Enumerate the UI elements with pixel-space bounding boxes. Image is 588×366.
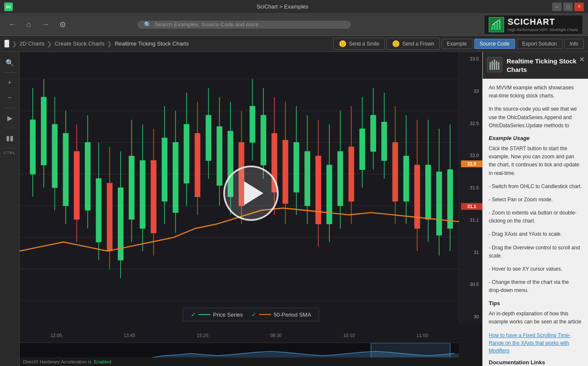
search-box[interactable]: 🔍 [138,21,351,29]
breadcrumb-bar: ⌂ ❯ 2D Charts ❯ Create Stock Charts ❯ Re… [0,36,588,52]
tips-link[interactable]: How to have a Fixed Scrolling Time-Range… [489,332,571,354]
logo-text-block: SCICHART High Performance WPF Silverligh… [507,17,578,32]
pause-button[interactable]: ▮▮ [2,131,18,145]
svg-rect-70 [74,152,79,220]
breadcrumb-create-stock-charts[interactable]: Create Stock Charts [55,40,104,47]
svg-rect-97 [498,62,499,70]
y-axis: 33.5 33 32.5 32.0 31.5 31.1 31 30.5 30 [459,52,482,323]
svg-rect-60 [382,122,387,160]
breadcrumb-current: Realtime Ticking Stock Charts [115,40,188,47]
window-title: SciChart > Examples [13,3,552,10]
svg-rect-95 [494,60,495,70]
panel-description-1: An MVVM example which showcases real-tim… [489,84,582,100]
send-smile-button[interactable]: 🙂 Send a Smile [333,38,385,50]
legend-price-series-label: Price Series [213,312,243,318]
svg-rect-58 [371,115,376,152]
breadcrumb-actions: 🙂 Send a Smile 🙁 Send a Frown Example So… [333,38,584,50]
zoom-in-button[interactable]: + [2,75,18,90]
legend-line-orange [259,314,271,315]
y-label-3: 32.5 [461,121,481,126]
chart-area[interactable]: 33.5 33 32.5 32.0 31.5 31.1 31 30.5 30 3… [20,52,482,366]
tips-title: Tips [489,300,582,306]
send-smile-label: Send a Smile [349,41,379,47]
panel-title: Realtime Ticking Stock Charts [507,57,582,74]
y-label-8: 30.5 [461,282,481,287]
export-solution-button[interactable]: Export Solution [517,39,562,49]
minimize-button[interactable]: ─ [552,3,562,11]
toolbar-divider-4 [3,148,16,148]
svg-rect-18 [52,124,57,188]
legend-check-orange: ✓ [251,311,257,318]
search-icon: 🔍 [144,21,151,28]
toolbar-divider-3 [3,128,16,128]
right-panel-body: An MVVM example which showcases real-tim… [483,79,588,366]
example-tab[interactable]: Example [441,39,473,49]
bullet-2: - Select Pan or Zoom mode. [489,196,582,204]
svg-rect-38 [206,115,211,160]
svg-rect-48 [294,143,299,192]
bullet-3: - Zoom to extents via button or double-c… [489,209,582,225]
titlebar: SC SciChart > Examples ─ □ ✕ [0,0,588,14]
price-badge-red: 31.1 [461,203,482,210]
source-code-tab[interactable]: Source Code [474,39,515,49]
maximize-button[interactable]: □ [563,3,573,11]
x-label-2: 13:45 [124,333,135,338]
svg-rect-54 [337,152,343,206]
price-badge-orange: 32.0 [461,160,482,167]
svg-rect-32 [162,138,167,201]
doc-links-title: Documentation Links [489,359,582,366]
home-button[interactable]: ⌂ [23,17,35,31]
right-panel-header: Realtime Ticking Stock Charts ✕ [483,52,588,79]
export-solution-label: Export Solution [522,41,557,47]
y-label-9: 30 [461,314,481,319]
smile-icon: 🙂 [339,40,347,48]
svg-rect-76 [195,133,200,197]
bullets-list: - Switch from OHLC to Candlestick chart.… [489,183,582,295]
zoom-out-button[interactable]: − [2,91,18,105]
status-text: DirectX Hardware Acceleration is [23,359,92,364]
breadcrumb-sep-2: ❯ [47,40,52,47]
svg-rect-64 [426,165,431,220]
play-button[interactable]: ▶ [2,111,18,125]
breadcrumb-sep-3: ❯ [107,40,112,47]
status-bar: DirectX Hardware Acceleration is Enabled [20,357,482,366]
logo-name: SCICHART [507,17,578,27]
forward-button[interactable]: → [38,17,52,31]
svg-rect-3 [499,20,501,30]
close-button[interactable]: ✕ [574,3,584,11]
svg-rect-36 [184,124,189,183]
svg-rect-50 [305,152,310,206]
breadcrumb-home[interactable]: ⌂ [4,40,9,48]
back-button[interactable]: ← [5,17,20,31]
x-label-3: 15:25 [197,333,209,338]
send-frown-label: Send a Frown [402,41,434,47]
play-overlay-button[interactable] [223,166,279,221]
panel-close-button[interactable]: ✕ [579,55,585,63]
svg-rect-68 [447,169,453,228]
usage-text: Click the START button to start the exam… [489,145,582,177]
svg-rect-62 [404,156,409,201]
search-input[interactable] [155,21,344,28]
info-button[interactable]: Info [564,39,584,49]
panel-description-2: In the source-code you will see that we … [489,105,582,130]
send-frown-button[interactable]: 🙁 Send a Frown [386,38,440,50]
svg-rect-22 [85,143,90,210]
breadcrumb-sep-1: ❯ [12,40,17,47]
svg-rect-94 [492,61,493,70]
legend-sma-label: 50-Period SMA [274,312,311,318]
y-label-4: 32.0 [461,153,481,158]
svg-rect-2 [496,22,498,30]
y-label-2: 33 [461,89,481,94]
zoom-extents-button[interactable]: 🔍 [2,55,18,70]
svg-rect-72 [107,183,112,251]
chart-legend: ✓ Price Series ✓ 50-Period SMA [183,308,319,321]
source-code-label: Source Code [480,41,510,47]
settings-button[interactable]: ⚙ [56,17,69,32]
svg-rect-16 [41,97,46,165]
x-axis: 12:05 13:45 15:25 08:30 10:10 11:50 [20,330,459,340]
right-panel: Realtime Ticking Stock Charts ✕ An MVVM … [482,52,588,366]
svg-rect-56 [360,129,365,170]
breadcrumb-2d-charts[interactable]: 2D Charts [20,40,45,47]
svg-rect-74 [151,160,156,233]
logo-subtitle: High Performance WPF Silverlight Charts [507,28,578,32]
